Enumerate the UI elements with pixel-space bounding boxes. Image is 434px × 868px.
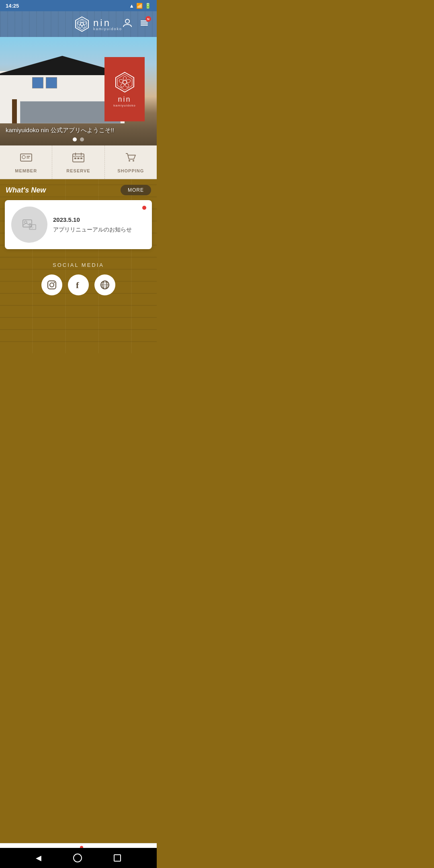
svg-point-41 xyxy=(54,282,55,283)
cart-icon xyxy=(124,152,137,163)
carousel-dot-2[interactable] xyxy=(80,137,84,141)
shopping-icon xyxy=(124,152,137,166)
reserve-label: RESERVE xyxy=(66,168,90,173)
svg-rect-30 xyxy=(80,158,82,159)
instagram-button[interactable] xyxy=(41,274,62,295)
unread-dot xyxy=(142,206,146,210)
profile-button[interactable] xyxy=(122,18,133,31)
website-button[interactable] xyxy=(94,274,115,295)
carousel-dot-1[interactable] xyxy=(73,137,77,141)
news-card[interactable]: 2023.5.10 アプリリニューアルのお知らせ xyxy=(5,200,152,249)
svg-point-15 xyxy=(123,76,126,80)
svg-point-40 xyxy=(50,283,54,287)
svg-point-32 xyxy=(133,160,134,162)
status-bar: 14:25 ▲ 📶 🔋 xyxy=(0,0,157,11)
id-card-icon xyxy=(20,152,33,163)
logo-text: nin kamiyuidoko xyxy=(93,17,122,31)
notification-badge: N xyxy=(145,16,151,22)
calendar-icon xyxy=(72,152,85,163)
banner-sign: nin kamiyuidoko xyxy=(104,57,145,121)
svg-rect-23 xyxy=(27,158,29,158)
wifi-icon: ▲ xyxy=(129,3,134,9)
battery-icon: 🔋 xyxy=(145,3,151,9)
social-icons-row: f xyxy=(0,274,157,295)
svg-point-18 xyxy=(120,83,125,88)
menu-button[interactable]: N xyxy=(139,18,149,31)
news-thumbnail xyxy=(11,207,47,243)
main-content: MEMBER RESERVE xyxy=(0,145,157,353)
svg-text:f: f xyxy=(76,280,79,290)
social-media-title: SOCIAL MEDIA xyxy=(0,262,157,268)
hero-caption: kamiyuidoko nin 公式アプリへようこそ!! xyxy=(6,127,114,134)
quick-menu: MEMBER RESERVE xyxy=(0,145,157,179)
status-icons: ▲ 📶 🔋 xyxy=(129,3,151,9)
news-card-content: 2023.5.10 アプリリニューアルのお知らせ xyxy=(53,216,145,233)
member-icon xyxy=(20,152,33,166)
svg-rect-28 xyxy=(74,158,76,159)
facebook-icon: f xyxy=(73,280,84,290)
signal-icon: 📶 xyxy=(136,3,143,9)
member-label: MEMBER xyxy=(15,168,37,173)
hero-section: nin kamiyuidoko kamiyuidoko nin 公式アプリへよう… xyxy=(0,37,157,145)
svg-point-8 xyxy=(125,19,129,23)
svg-rect-10 xyxy=(141,23,148,24)
shopping-label: SHOPPING xyxy=(117,168,144,173)
person-icon xyxy=(122,18,133,28)
reserve-icon xyxy=(72,152,85,166)
carousel-dots xyxy=(73,137,84,141)
time-display: 14:25 xyxy=(6,3,19,9)
svg-rect-22 xyxy=(27,156,30,157)
brand-logo: nin kamiyuidoko xyxy=(74,16,122,32)
app-header: nin kamiyuidoko N xyxy=(0,11,157,37)
svg-point-17 xyxy=(124,83,129,88)
svg-rect-11 xyxy=(141,25,148,26)
instagram-icon xyxy=(47,280,57,290)
logo-subtitle: kamiyuidoko xyxy=(93,27,122,31)
svg-marker-12 xyxy=(116,72,134,92)
banner-brand-name: nin xyxy=(118,95,131,104)
whats-new-header: What's New MORE xyxy=(0,179,157,200)
banner-hex-icon xyxy=(114,71,136,93)
image-placeholder-icon xyxy=(21,217,37,233)
header-action-icons: N xyxy=(122,18,149,31)
reserve-menu-item[interactable]: RESERVE xyxy=(52,145,104,179)
news-date: 2023.5.10 xyxy=(53,216,145,223)
svg-marker-13 xyxy=(117,74,132,90)
banner-brand-sub: kamiyuidoko xyxy=(113,104,135,107)
member-menu-item[interactable]: MEMBER xyxy=(0,145,52,179)
logo-hexagon-icon xyxy=(74,16,90,32)
svg-point-31 xyxy=(129,160,130,162)
more-button[interactable]: MORE xyxy=(121,185,151,195)
svg-point-21 xyxy=(22,156,25,159)
shopping-menu-item[interactable]: SHOPPING xyxy=(105,145,157,179)
facebook-button[interactable]: f xyxy=(68,274,89,295)
social-media-section: SOCIAL MEDIA f xyxy=(0,254,157,305)
svg-line-38 xyxy=(32,227,33,229)
svg-rect-29 xyxy=(77,158,79,159)
news-article-title: アプリリニューアルのお知らせ xyxy=(53,226,145,233)
whats-new-title: What's New xyxy=(6,186,46,194)
globe-icon xyxy=(100,280,110,290)
